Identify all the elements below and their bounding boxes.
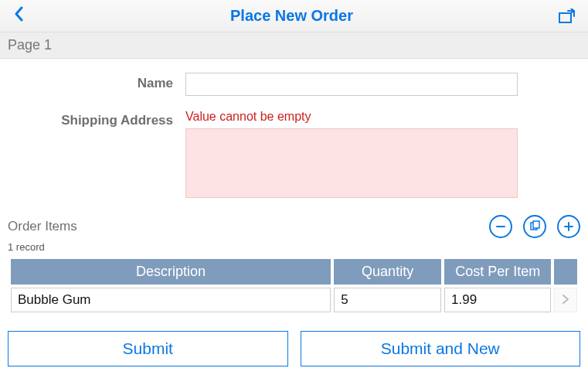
submit-button[interactable]: Submit [8, 331, 288, 366]
address-input[interactable] [185, 128, 518, 198]
plus-icon [563, 220, 575, 233]
form-area: Name Shipping Address Value cannot be em… [0, 59, 588, 201]
duplicate-item-button[interactable] [523, 215, 546, 238]
chevron-right-icon [562, 294, 569, 305]
page-title: Place New Order [230, 7, 353, 25]
share-icon [559, 9, 576, 24]
desc-input[interactable] [11, 288, 331, 312]
order-items-label: Order Items [8, 219, 77, 234]
col-description: Description [11, 259, 331, 285]
table-row [11, 288, 577, 312]
item-action-row [489, 215, 580, 238]
header-bar: Place New Order [0, 0, 588, 32]
name-input[interactable] [185, 73, 518, 96]
order-items-header: Order Items [0, 215, 588, 241]
cost-input[interactable] [444, 288, 551, 312]
col-cost: Cost Per Item [444, 259, 551, 285]
button-row: Submit Submit and New [0, 315, 588, 366]
col-quantity: Quantity [334, 259, 441, 285]
form-row-name: Name [0, 73, 588, 96]
add-item-button[interactable] [557, 215, 580, 238]
minus-icon [495, 220, 507, 233]
items-table: Description Quantity Cost Per Item [8, 256, 580, 315]
svg-rect-3 [533, 221, 539, 228]
qty-input[interactable] [334, 288, 441, 312]
remove-item-button[interactable] [489, 215, 512, 238]
name-label: Name [8, 73, 185, 91]
address-label: Shipping Address [8, 110, 185, 128]
col-chevron [554, 259, 577, 285]
chevron-left-icon [14, 6, 23, 22]
row-detail-button[interactable] [554, 288, 577, 312]
address-error: Value cannot be empty [185, 110, 580, 124]
submit-and-new-button[interactable]: Submit and New [301, 331, 581, 366]
copy-icon [529, 220, 541, 233]
page-indicator: Page 1 [0, 32, 588, 59]
back-button[interactable] [9, 3, 28, 29]
svg-rect-0 [559, 13, 571, 22]
record-count: 1 record [0, 241, 588, 256]
table-header-row: Description Quantity Cost Per Item [11, 259, 577, 285]
form-row-address: Shipping Address Value cannot be empty [0, 110, 588, 201]
share-button[interactable] [556, 5, 579, 27]
